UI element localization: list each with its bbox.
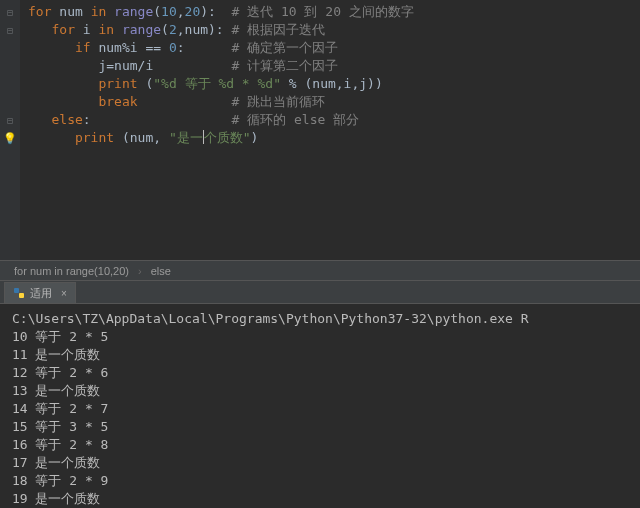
fold-icon[interactable]: ⊟ (0, 3, 20, 21)
fold-icon[interactable]: ⊟ (0, 21, 20, 39)
code-line[interactable]: print (num, "是一个质数") (28, 129, 414, 147)
code-line[interactable]: print ("%d 等于 %d * %d" % (num,i,j)) (28, 75, 414, 93)
code-line[interactable]: break # 跳出当前循环 (28, 93, 414, 111)
close-icon[interactable]: × (61, 288, 67, 299)
terminal-output[interactable]: C:\Users\TZ\AppData\Local\Programs\Pytho… (0, 304, 640, 508)
code-editor[interactable]: for num in range(10,20): # 迭代 10 到 20 之间… (20, 0, 422, 260)
python-icon (13, 287, 25, 299)
fold-icon (0, 75, 20, 93)
run-tab-bar: 适用 × (0, 280, 640, 304)
svg-rect-1 (19, 293, 24, 298)
run-tab-label: 适用 (30, 286, 52, 301)
breadcrumb-separator: › (132, 265, 148, 277)
code-line[interactable]: else: # 循环的 else 部分 (28, 111, 414, 129)
code-line[interactable]: if num%i == 0: # 确定第一个因子 (28, 39, 414, 57)
hint-bulb-icon[interactable]: 💡 (0, 129, 20, 147)
code-line[interactable]: for i in range(2,num): # 根据因子迭代 (28, 21, 414, 39)
fold-icon (0, 39, 20, 57)
breadcrumb-item[interactable]: for num in range(10,20) (14, 265, 129, 277)
fold-icon[interactable]: ⊟ (0, 111, 20, 129)
breadcrumb-item[interactable]: else (151, 265, 171, 277)
svg-rect-0 (14, 288, 19, 293)
editor-area: ⊟⊟⊟💡 for num in range(10,20): # 迭代 10 到 … (0, 0, 640, 260)
code-line[interactable]: for num in range(10,20): # 迭代 10 到 20 之间… (28, 3, 414, 21)
fold-icon (0, 93, 20, 111)
fold-icon (0, 57, 20, 75)
code-line[interactable]: j=num/i # 计算第二个因子 (28, 57, 414, 75)
gutter: ⊟⊟⊟💡 (0, 0, 20, 260)
run-tab[interactable]: 适用 × (4, 282, 76, 303)
breadcrumb: for num in range(10,20) › else (0, 260, 640, 280)
